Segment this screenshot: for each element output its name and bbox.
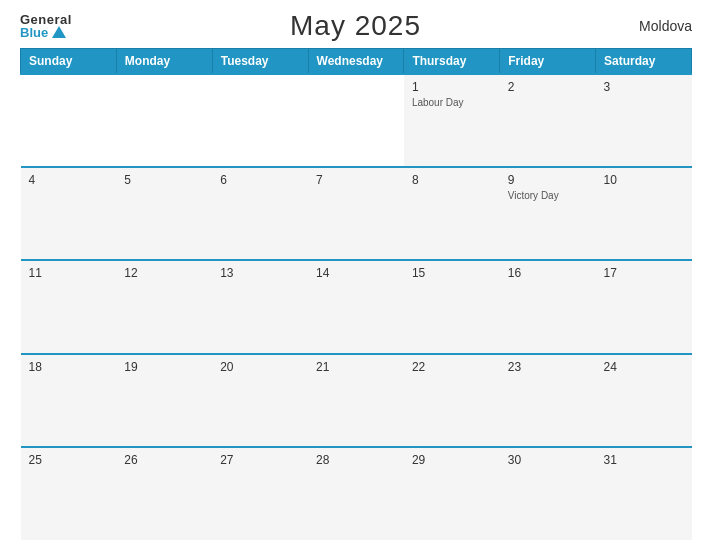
calendar-cell: 9Victory Day <box>500 167 596 260</box>
calendar-cell <box>308 74 404 167</box>
calendar-cell: 31 <box>596 447 692 540</box>
day-number: 20 <box>220 360 300 374</box>
day-number: 28 <box>316 453 396 467</box>
calendar-table: SundayMondayTuesdayWednesdayThursdayFrid… <box>20 48 692 540</box>
day-number: 8 <box>412 173 492 187</box>
day-number: 27 <box>220 453 300 467</box>
week-row-2: 456789Victory Day10 <box>21 167 692 260</box>
calendar-cell: 29 <box>404 447 500 540</box>
week-row-1: 1Labour Day23 <box>21 74 692 167</box>
day-number: 1 <box>412 80 492 94</box>
logo-triangle-icon <box>52 26 66 38</box>
day-header-monday: Monday <box>116 49 212 75</box>
day-number: 6 <box>220 173 300 187</box>
day-header-saturday: Saturday <box>596 49 692 75</box>
day-number: 19 <box>124 360 204 374</box>
day-number: 22 <box>412 360 492 374</box>
day-number: 2 <box>508 80 588 94</box>
logo-blue-row: Blue <box>20 26 72 39</box>
calendar-cell: 17 <box>596 260 692 353</box>
calendar-cell: 16 <box>500 260 596 353</box>
calendar-title: May 2025 <box>290 10 421 42</box>
calendar-cell: 7 <box>308 167 404 260</box>
calendar-cell: 15 <box>404 260 500 353</box>
day-number: 12 <box>124 266 204 280</box>
day-number: 10 <box>604 173 684 187</box>
calendar-cell: 13 <box>212 260 308 353</box>
calendar-cell: 26 <box>116 447 212 540</box>
day-number: 14 <box>316 266 396 280</box>
day-number: 30 <box>508 453 588 467</box>
logo: General Blue <box>20 13 72 39</box>
calendar-cell: 30 <box>500 447 596 540</box>
calendar-cell: 12 <box>116 260 212 353</box>
day-number: 4 <box>29 173 109 187</box>
week-row-3: 11121314151617 <box>21 260 692 353</box>
calendar-cell: 10 <box>596 167 692 260</box>
country-label: Moldova <box>639 18 692 34</box>
day-header-wednesday: Wednesday <box>308 49 404 75</box>
calendar-cell: 4 <box>21 167 117 260</box>
day-header-row: SundayMondayTuesdayWednesdayThursdayFrid… <box>21 49 692 75</box>
calendar-cell: 28 <box>308 447 404 540</box>
day-header-friday: Friday <box>500 49 596 75</box>
week-row-5: 25262728293031 <box>21 447 692 540</box>
calendar-cell <box>116 74 212 167</box>
calendar-cell: 5 <box>116 167 212 260</box>
calendar-cell: 14 <box>308 260 404 353</box>
calendar-cell: 6 <box>212 167 308 260</box>
calendar-cell: 27 <box>212 447 308 540</box>
day-number: 18 <box>29 360 109 374</box>
calendar-cell: 11 <box>21 260 117 353</box>
day-number: 26 <box>124 453 204 467</box>
day-number: 17 <box>604 266 684 280</box>
day-number: 29 <box>412 453 492 467</box>
calendar-cell: 25 <box>21 447 117 540</box>
calendar-cell <box>212 74 308 167</box>
day-number: 23 <box>508 360 588 374</box>
day-header-sunday: Sunday <box>21 49 117 75</box>
day-number: 24 <box>604 360 684 374</box>
day-event: Victory Day <box>508 189 588 202</box>
calendar-cell: 18 <box>21 354 117 447</box>
day-number: 13 <box>220 266 300 280</box>
day-number: 9 <box>508 173 588 187</box>
calendar-cell: 23 <box>500 354 596 447</box>
calendar-cell: 8 <box>404 167 500 260</box>
calendar-cell: 21 <box>308 354 404 447</box>
day-number: 5 <box>124 173 204 187</box>
day-number: 25 <box>29 453 109 467</box>
day-number: 16 <box>508 266 588 280</box>
calendar-cell: 19 <box>116 354 212 447</box>
day-number: 15 <box>412 266 492 280</box>
day-header-tuesday: Tuesday <box>212 49 308 75</box>
day-number: 7 <box>316 173 396 187</box>
week-row-4: 18192021222324 <box>21 354 692 447</box>
calendar-cell: 3 <box>596 74 692 167</box>
calendar-cell <box>21 74 117 167</box>
calendar-cell: 2 <box>500 74 596 167</box>
day-number: 31 <box>604 453 684 467</box>
calendar-cell: 20 <box>212 354 308 447</box>
logo-blue-text: Blue <box>20 26 48 39</box>
day-number: 11 <box>29 266 109 280</box>
calendar-cell: 24 <box>596 354 692 447</box>
day-event: Labour Day <box>412 96 492 109</box>
day-number: 3 <box>604 80 684 94</box>
calendar-cell: 1Labour Day <box>404 74 500 167</box>
calendar-cell: 22 <box>404 354 500 447</box>
day-number: 21 <box>316 360 396 374</box>
day-header-thursday: Thursday <box>404 49 500 75</box>
calendar-header: General Blue May 2025 Moldova <box>20 10 692 42</box>
